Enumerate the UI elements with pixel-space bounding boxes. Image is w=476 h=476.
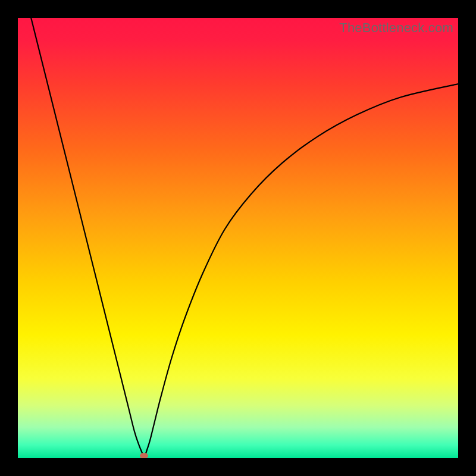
plot-area: TheBottleneck.com: [18, 18, 458, 458]
minimum-marker-dot: [140, 453, 148, 458]
watermark-text: TheBottleneck.com: [339, 20, 453, 36]
outer-frame: TheBottleneck.com: [0, 0, 476, 476]
bottleneck-curve: [18, 18, 458, 458]
